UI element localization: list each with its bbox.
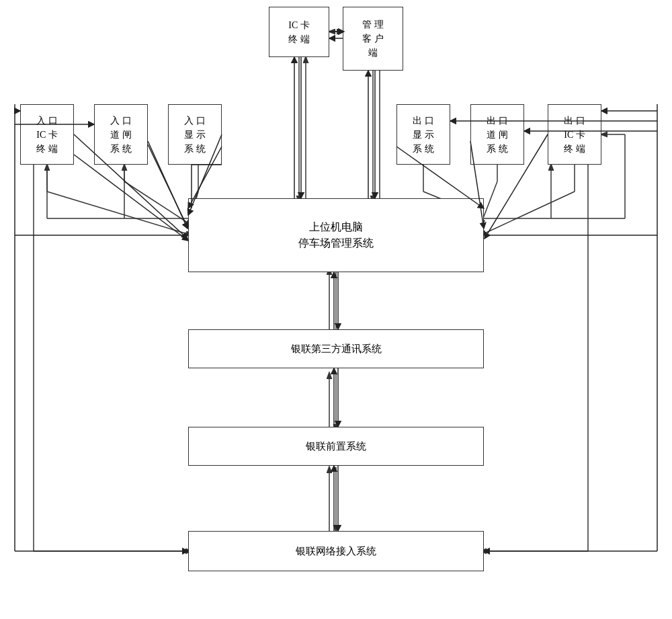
exit-display-label: 出 口显 示系 统 [413,114,434,156]
entry-gate-box: 入 口道 闸系 统 [94,104,148,165]
union-comm-label: 银联第三方通讯系统 [291,341,382,357]
entry-ic-box: 入 口IC 卡终 端 [20,104,74,165]
exit-ic-label: 出 口IC 卡终 端 [564,114,585,156]
union-network-box: 银联网络接入系统 [188,531,484,571]
manage-client-label: 管 理客 户端 [362,17,384,60]
svg-line-19 [480,192,575,235]
svg-line-10 [47,192,192,235]
exit-ic-box: 出 口IC 卡终 端 [548,104,601,165]
union-network-label: 银联网络接入系统 [296,544,376,559]
union-front-box: 银联前置系统 [188,427,484,466]
exit-display-box: 出 口显 示系 统 [396,104,450,165]
union-front-label: 银联前置系统 [306,439,366,454]
union-comm-box: 银联第三方通讯系统 [188,329,484,368]
entry-display-label: 入 口显 示系 统 [184,114,206,156]
entry-ic-label: 入 口IC 卡终 端 [36,114,58,156]
host-computer-label: 上位机电脑停车场管理系统 [298,219,374,251]
host-computer-box: 上位机电脑停车场管理系统 [188,198,484,272]
arrows-layer [0,0,672,619]
entry-display-box: 入 口显 示系 统 [168,104,222,165]
ic-card-terminal-label: IC 卡终 端 [288,18,310,46]
system-diagram: IC 卡终 端 管 理客 户端 入 口IC 卡终 端 入 口道 闸系 统 入 口… [0,0,672,619]
exit-gate-label: 出 口道 闸系 统 [487,114,508,156]
entry-gate-label: 入 口道 闸系 统 [110,114,132,156]
ic-card-terminal-box: IC 卡终 端 [269,7,329,57]
manage-client-box: 管 理客 户端 [343,7,403,71]
exit-gate-box: 出 口道 闸系 统 [470,104,524,165]
